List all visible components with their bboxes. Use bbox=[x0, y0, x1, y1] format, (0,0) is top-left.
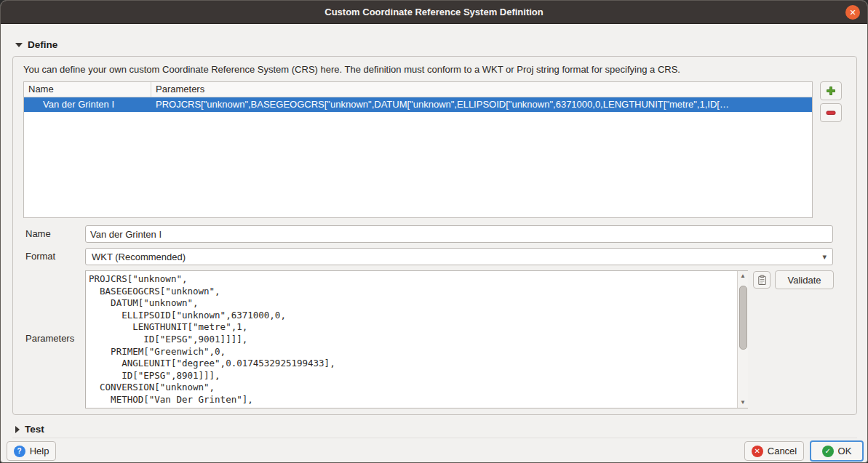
column-header-parameters[interactable]: Parameters bbox=[151, 82, 812, 97]
format-label: Format bbox=[25, 251, 55, 262]
define-group-frame: You can define your own custom Coordinat… bbox=[12, 56, 857, 415]
clipboard-icon bbox=[757, 275, 768, 286]
test-section-title: Test bbox=[25, 424, 44, 435]
help-icon: ? bbox=[14, 446, 25, 457]
parameters-label: Parameters bbox=[25, 333, 74, 344]
crs-row-parameters-cell: PROJCRS["unknown",BASEGEOGCRS["unknown",… bbox=[151, 97, 812, 112]
ok-icon: ✓ bbox=[822, 446, 834, 457]
window-title: Custom Coordinate Reference System Defin… bbox=[324, 7, 544, 17]
titlebar[interactable]: Custom Coordinate Reference System Defin… bbox=[1, 1, 867, 24]
validate-button[interactable]: Validate bbox=[775, 270, 834, 289]
test-section-header[interactable]: Test bbox=[15, 424, 44, 435]
ok-button-label: OK bbox=[838, 446, 852, 456]
parameters-textarea[interactable]: PROJCRS["unknown", BASEGEOGCRS["unknown"… bbox=[85, 270, 748, 408]
crs-table[interactable]: Name Parameters Van der Grinten I PROJCR… bbox=[23, 81, 813, 218]
add-crs-button[interactable] bbox=[820, 81, 842, 100]
dropdown-arrow-icon: ▾ bbox=[822, 252, 827, 262]
remove-crs-button[interactable] bbox=[820, 103, 842, 122]
close-icon: ✕ bbox=[849, 9, 856, 17]
ok-button[interactable]: ✓ OK bbox=[810, 440, 864, 462]
cancel-button[interactable]: ✕ Cancel bbox=[744, 441, 804, 461]
expand-arrow-icon bbox=[15, 426, 20, 433]
cancel-icon: ✕ bbox=[752, 446, 763, 457]
define-section-title: Define bbox=[28, 39, 57, 50]
help-button[interactable]: ? Help bbox=[7, 441, 56, 461]
crs-table-row[interactable]: Van der Grinten I PROJCRS["unknown",BASE… bbox=[24, 97, 812, 112]
parameters-scrollbar[interactable]: ▲ ▼ bbox=[737, 271, 748, 408]
close-button[interactable]: ✕ bbox=[845, 5, 860, 20]
column-header-name[interactable]: Name bbox=[24, 82, 151, 97]
collapse-arrow-icon bbox=[15, 43, 23, 47]
scroll-down-icon[interactable]: ▼ bbox=[740, 398, 746, 408]
help-button-label: Help bbox=[30, 446, 49, 456]
copy-parameters-button[interactable] bbox=[753, 271, 771, 289]
cancel-button-label: Cancel bbox=[768, 446, 797, 456]
name-label: Name bbox=[25, 228, 51, 239]
crs-description-text: You can define your own custom Coordinat… bbox=[23, 64, 838, 75]
plus-icon bbox=[825, 85, 837, 97]
define-section-header[interactable]: Define bbox=[15, 39, 57, 50]
minus-icon bbox=[825, 107, 837, 118]
scrollbar-thumb[interactable] bbox=[739, 286, 747, 350]
format-select[interactable]: WKT (Recommended) ▾ bbox=[85, 248, 833, 265]
dialog-window: Custom Coordinate Reference System Defin… bbox=[0, 0, 868, 463]
name-input[interactable] bbox=[85, 225, 833, 243]
scroll-up-icon[interactable]: ▲ bbox=[740, 271, 746, 281]
crs-row-name-cell: Van der Grinten I bbox=[24, 97, 151, 112]
test-group-frame-edge bbox=[12, 438, 857, 438]
crs-table-header: Name Parameters bbox=[24, 82, 812, 97]
format-selected-value: WKT (Recommended) bbox=[92, 251, 822, 262]
